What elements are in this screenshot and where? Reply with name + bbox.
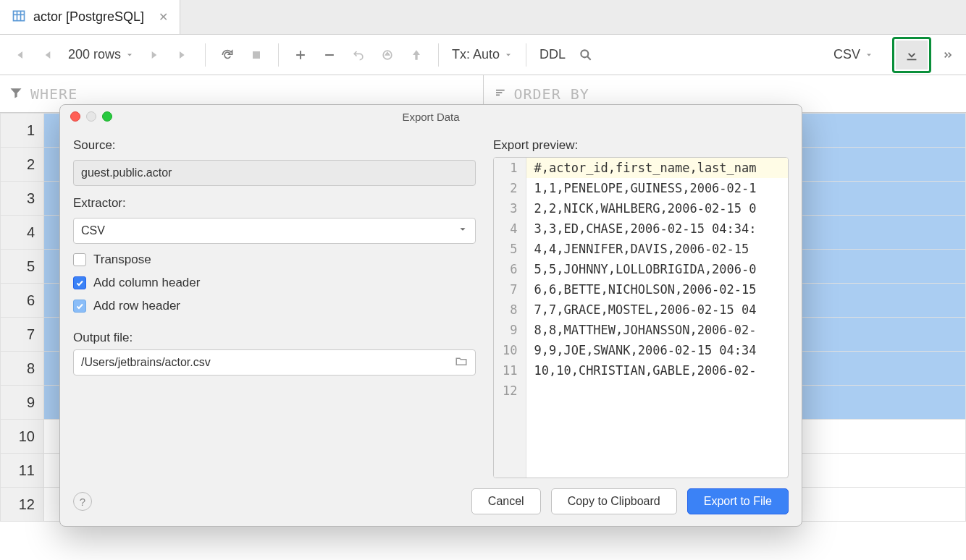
window-close-icon[interactable] — [70, 111, 80, 122]
submit-icon[interactable] — [403, 42, 429, 68]
extractor-select[interactable]: CSV — [73, 218, 476, 244]
refresh-icon[interactable] — [214, 42, 240, 68]
checkbox-checked-icon — [73, 300, 86, 313]
svg-rect-4 — [253, 51, 260, 59]
first-page-icon[interactable] — [6, 42, 32, 68]
filter-icon — [9, 85, 23, 102]
add-row-icon[interactable] — [287, 42, 314, 68]
svg-point-9 — [581, 50, 588, 57]
source-label: Source: — [73, 138, 476, 153]
cancel-button[interactable]: Cancel — [471, 488, 541, 514]
tab-title: actor [PostgreSQL] — [33, 9, 144, 25]
tab-actor[interactable]: actor [PostgreSQL] ✕ — [0, 0, 180, 34]
format-dropdown[interactable]: CSV — [829, 47, 878, 62]
add-column-header-checkbox[interactable]: Add column header — [73, 276, 476, 290]
next-page-icon[interactable] — [141, 42, 167, 68]
preview-label: Export preview: — [493, 138, 789, 153]
dialog-title: Export Data — [402, 111, 459, 123]
more-icon[interactable] — [934, 42, 960, 68]
sort-icon — [492, 85, 507, 102]
table-icon — [12, 9, 26, 25]
rows-dropdown[interactable]: 200 rows — [64, 47, 138, 62]
window-zoom-icon[interactable] — [102, 111, 112, 122]
remove-row-icon[interactable] — [316, 42, 343, 68]
output-file-label: Output file: — [73, 331, 476, 345]
output-file-field[interactable]: /Users/jetbrains/actor.csv — [73, 349, 476, 376]
download-button-highlight — [892, 37, 931, 73]
download-icon[interactable] — [896, 41, 928, 69]
help-button[interactable]: ? — [73, 492, 92, 511]
revert-icon[interactable] — [345, 42, 371, 68]
tx-dropdown[interactable]: Tx: Auto — [448, 47, 517, 62]
export-data-dialog: Export Data Source: guest.public.actor E… — [59, 104, 802, 527]
svg-rect-0 — [14, 11, 25, 20]
chevron-down-icon — [458, 224, 468, 237]
copy-clipboard-button[interactable]: Copy to Clipboard — [551, 488, 677, 514]
extractor-label: Extractor: — [73, 196, 476, 211]
commit-icon[interactable] — [374, 42, 400, 68]
export-file-button[interactable]: Export to File — [687, 488, 789, 514]
stop-icon[interactable] — [243, 42, 269, 68]
folder-icon[interactable] — [455, 355, 468, 370]
search-icon[interactable] — [573, 42, 599, 68]
last-page-icon[interactable] — [170, 42, 196, 68]
transpose-checkbox[interactable]: Transpose — [73, 253, 476, 267]
prev-page-icon[interactable] — [35, 42, 61, 68]
checkbox-icon — [73, 253, 86, 266]
export-preview: 123456789101112 #,actor_id,first_name,la… — [493, 157, 789, 478]
svg-line-10 — [587, 56, 591, 60]
source-field: guest.public.actor — [73, 160, 476, 186]
window-minimize-icon — [86, 111, 96, 122]
close-icon[interactable]: ✕ — [159, 10, 168, 24]
add-row-header-checkbox[interactable]: Add row header — [73, 299, 476, 313]
ddl-button[interactable]: DDL — [535, 47, 570, 62]
toolbar: 200 rows Tx: Auto DDL CSV — [0, 35, 966, 75]
checkbox-checked-icon — [73, 276, 86, 289]
